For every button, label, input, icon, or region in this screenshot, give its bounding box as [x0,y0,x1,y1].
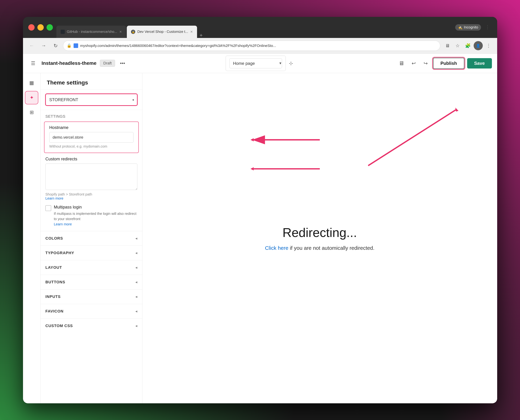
desktop-view-button[interactable]: 🖥 [397,58,406,68]
undo-button[interactable]: ↩ [409,59,418,68]
settings-panel: Theme settings STOREFRONT GLOBAL COLORS … [41,73,142,403]
screen-capture-icon[interactable]: 🖥 [443,41,452,50]
custom-redirects-group: Custom redirects Shopify path > Storefro… [41,157,142,205]
blocks-icon: ⊞ [30,109,34,115]
window-menu-button[interactable]: ⋮ [483,23,492,32]
typography-section[interactable]: TYPOGRAPHY ◂ [41,246,142,260]
browser-window: GitHub - instantcommerce/sho... ✕ 🔒 Dev … [23,17,497,403]
hostname-arrow [250,167,320,170]
favicon-section[interactable]: FAVICON ◂ [41,304,142,318]
profile-extensions-icon[interactable]: 🧩 [463,41,472,50]
inputs-chevron-icon: ◂ [135,295,137,299]
svg-line-8 [368,109,457,165]
custom-redirects-learn-more-link[interactable]: Learn more [45,196,63,200]
profile-avatar[interactable]: 👤 [474,41,483,50]
maximize-traffic-light[interactable] [46,24,53,30]
layout-chevron-icon: ◂ [135,265,137,270]
custom-redirects-input[interactable] [45,164,137,190]
github-favicon [61,30,65,34]
more-options-button[interactable]: ••• [119,59,126,68]
custom-redirects-label: Custom redirects [45,157,137,164]
inputs-label: INPUTS [45,294,61,299]
redo-button[interactable]: ↪ [421,59,430,68]
shopify-tab[interactable]: 🔒 Dev Vercel Shop - Customize t... ✕ [127,26,197,38]
inputs-section[interactable]: INPUTS ◂ [41,289,142,304]
refresh-button[interactable]: ↻ [51,41,60,50]
draft-badge: Draft [100,60,115,67]
favicon-header[interactable]: FAVICON ◂ [41,304,142,318]
storefront-arrow [250,138,320,141]
buttons-header[interactable]: BUTTONS ◂ [41,275,142,289]
new-tab-button[interactable]: + [198,33,204,38]
shopify-path-hint: Shopify path > Storefront path [45,192,92,196]
inputs-header[interactable]: INPUTS ◂ [41,290,142,304]
undo-icon: ↩ [412,60,416,66]
minimize-traffic-light[interactable] [37,24,44,30]
custom-redirects-hint: Shopify path > Storefront path Learn mor… [45,192,137,200]
toolbar-left: ☰ Instant-headless-theme Draft ••• [28,58,180,68]
hostname-form-group: Hostname Without protocol, e.g. mydomain… [44,121,139,153]
address-bar[interactable]: 🔒 myshopify.com/admin/themes/14866006046… [63,41,440,51]
custom-css-label: CUSTOM CSS [45,323,73,328]
storefront-select-wrapper: STOREFRONT GLOBAL COLORS ◂ [41,90,142,110]
multipass-label: Multipass login [54,205,137,210]
save-button[interactable]: Save [467,58,492,68]
buttons-section[interactable]: BUTTONS ◂ [41,275,142,289]
incognito-badge: 🕵️ Incognito [455,24,481,30]
layout-label: LAYOUT [45,265,62,270]
close-traffic-light[interactable] [28,24,35,30]
back-button[interactable]: ← [27,41,36,50]
forward-button[interactable]: → [39,41,48,50]
profile-icon: 👤 [476,44,480,48]
browser-toolbar-icons: 🖥 ☆ 🧩 👤 ⋮ [443,41,493,50]
buttons-chevron-icon: ◂ [135,280,137,284]
sidebar-toggle-icon: ☰ [31,60,35,66]
browser-tabs: GitHub - instantcommerce/sho... ✕ 🔒 Dev … [56,17,452,38]
storefront-select[interactable]: STOREFRONT GLOBAL COLORS [45,94,137,105]
multipass-learn-more-link[interactable]: Learn more [54,222,72,226]
incognito-icon: 🕵️ [458,25,462,30]
svg-marker-7 [250,167,253,170]
click-here-link[interactable]: Click here [265,245,288,251]
sidebar-blocks-button[interactable]: ⊞ [25,106,38,119]
sidebar-theme-button[interactable]: ✦ [25,91,38,104]
shopify-app: ☰ Instant-headless-theme Draft ••• Home … [23,54,497,403]
shopify-site-favicon [74,43,78,48]
custom-css-section[interactable]: CUSTOM CSS ◂ [41,318,142,333]
github-tab-close[interactable]: ✕ [119,30,122,34]
layout-section[interactable]: LAYOUT ◂ [41,260,142,275]
page-selector[interactable]: Home page Product page Collection page [229,58,282,68]
svg-marker-9 [455,107,458,112]
browser-titlebar: GitHub - instantcommerce/sho... ✕ 🔒 Dev … [23,17,497,38]
theme-icon: ✦ [30,95,34,100]
hostname-input[interactable] [49,132,134,143]
colors-header[interactable]: COLORS ◂ [41,231,142,246]
preview-content: Redirecting... Click here if you are not… [265,225,375,251]
layout-header[interactable]: LAYOUT ◂ [41,260,142,275]
bookmark-icon[interactable]: ☆ [453,41,462,50]
github-tab[interactable]: GitHub - instantcommerce/sho... ✕ [56,26,126,38]
publish-button[interactable]: Publish [433,58,464,69]
url-text[interactable]: myshopify.com/admin/themes/148660060467/… [80,44,437,48]
redirecting-subtitle: Click here if you are not automically re… [265,245,375,251]
icon-sidebar: ▦ ✦ ⊞ [23,73,41,403]
customize-sections-button[interactable]: ⊹ [288,59,294,68]
shopify-favicon: 🔒 [131,30,135,34]
incognito-label: Incognito [464,25,478,29]
typography-label: TYPOGRAPHY [45,251,74,255]
page-selector-wrapper: Home page Product page Collection page ▾ [226,56,286,71]
multipass-checkbox[interactable] [45,205,51,211]
publish-arrow [368,107,458,166]
sidebar-toggle-button[interactable]: ☰ [28,58,38,68]
browser-menu-button[interactable]: ⋮ [484,41,493,50]
preview-area: Redirecting... Click here if you are not… [142,73,497,403]
shopify-tab-close[interactable]: ✕ [190,30,193,34]
main-content: ▦ ✦ ⊞ Theme settings STOREFRONT [23,73,497,403]
colors-section[interactable]: COLORS ◂ [41,231,142,246]
colors-label: COLORS [45,236,63,241]
custom-css-chevron-icon: ◂ [135,324,137,328]
svg-marker-5 [250,138,253,141]
sidebar-sections-button[interactable]: ▦ [25,77,38,89]
custom-css-header[interactable]: CUSTOM CSS ◂ [41,319,142,333]
typography-header[interactable]: TYPOGRAPHY ◂ [41,246,142,260]
